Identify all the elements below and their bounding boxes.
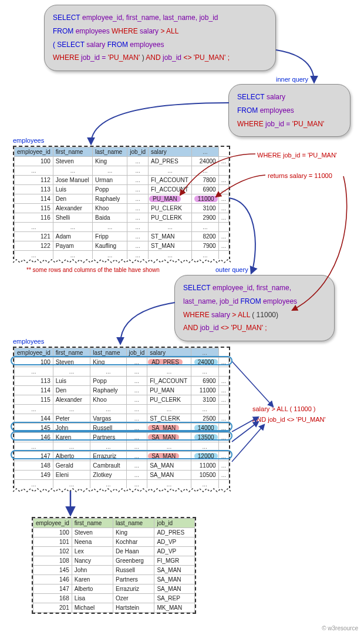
table1: employee_idfirst_namelast_namejob_idsala…	[13, 146, 230, 260]
table-row: 102LexDe HaanAD_VP	[33, 547, 195, 556]
table3: employee_idfirst_namelast_namejob_id100S…	[32, 517, 196, 614]
table-row: 100StevenKing...AD_PRES24000...	[15, 358, 229, 367]
table-row: 149EleniZlotkey...SA_MAN10500...	[15, 471, 229, 480]
table-row: 168LisaOzerSA_REP	[33, 594, 195, 603]
table-row: 100StevenKing...AD_PRES24000...	[15, 157, 229, 166]
table-row: 113LuisPopp...FI_ACCOUNT6900...	[15, 185, 229, 194]
table-row: 147AlbertoErrazurizSA_MAN	[33, 584, 195, 594]
col-header: last_name	[90, 348, 126, 358]
table-row: 146KarenPartners...SA_MAN13500...	[15, 433, 229, 442]
table-row: 144PeterVargas...ST_CLERK2500...	[15, 414, 229, 424]
col-header: employee_id	[15, 147, 53, 157]
note-rows: ** some rows and columns of the table ha…	[26, 267, 160, 273]
col-header: last_name	[113, 519, 154, 528]
table-row: 112Jose ManuelUrman...FI_ACCOUNT7800...	[15, 176, 229, 185]
table-row: 113LuisPopp...FI_ACCOUNT6900...	[15, 377, 229, 386]
table-row: 201MichaelHartsteinMK_MAN	[33, 603, 195, 613]
table-row: 101NeenaKochharAD_VP	[33, 537, 195, 547]
table2: employee_idfirst_namelast_namejob_idsala…	[13, 347, 230, 489]
table-row: 145JohnRussellSA_MAN	[33, 566, 195, 575]
table-row: 115AlexanderKhoo...PU_CLERK3100...	[15, 204, 229, 213]
col-header: salary	[147, 348, 191, 358]
main-query-card: SELECT employee_id, first_name, last_nam…	[44, 5, 276, 71]
table-row: 147AlbertoErrazuriz...SA_MAN12000...	[15, 452, 229, 461]
inner-query-label: inner query	[276, 76, 308, 83]
table-row: 116ShelliBaida...PU_CLERK2900...	[15, 213, 229, 223]
table-row: 114DenRaphaely...PU_MAN11000...	[15, 194, 229, 204]
col-header: job_id	[126, 348, 147, 358]
table-row: 114DenRaphaely...PU_MAN11000...	[15, 386, 229, 395]
outer-query-card: SELECT employee_id, first_name, last_nam…	[174, 275, 335, 341]
col-header: employee_id	[15, 348, 53, 358]
table-row: 108NancyGreenbergFI_MGR	[33, 556, 195, 566]
cond-annot: salary > ALL ( 11000 )AND job_id <> 'PU_…	[252, 404, 326, 425]
table-row: 115AlexanderKhoo...PU_CLERK3100...	[15, 395, 229, 405]
col-header: job_id	[154, 519, 195, 528]
table-row: 148GeraldCambrault...SA_MAN11000...	[15, 461, 229, 471]
col-header: last_name	[93, 147, 127, 157]
col-header: first_name	[53, 147, 92, 157]
annot-returns: returns salary = 11000	[268, 172, 332, 179]
col-header: employee_id	[33, 519, 72, 528]
col-header: salary	[149, 147, 192, 157]
table2-caption: employees	[13, 338, 44, 345]
table-row: 145JohnRussell...SA_MAN14000...	[15, 424, 229, 433]
col-header: first_name	[72, 519, 113, 528]
inner-query-card: SELECT salary FROM employees WHERE job_i…	[228, 84, 350, 137]
table-row: 146KarenPartnersSA_MAN	[33, 575, 195, 584]
table-row: 122PayamKaufling...ST_MAN7900...	[15, 241, 229, 251]
table-row: 100StevenKingAD_PRES	[33, 528, 195, 537]
table1-caption: employees	[13, 137, 44, 144]
table-row: 121AdamFripp...ST_MAN8200...	[15, 232, 229, 241]
annot-where: WHERE job_id = 'PU_MAN'	[257, 152, 337, 159]
col-header: job_id	[127, 147, 149, 157]
outer-query-label: outer query	[215, 266, 248, 273]
col-header: first_name	[53, 348, 90, 358]
footer: © w3resource	[322, 625, 358, 631]
